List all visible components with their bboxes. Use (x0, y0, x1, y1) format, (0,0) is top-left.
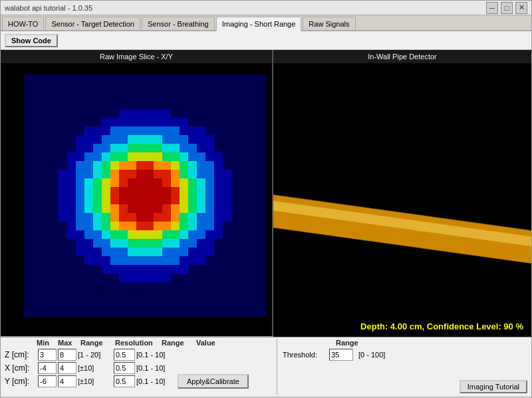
x-range2: [0.1 - 10] (136, 364, 171, 372)
x-resolution-input[interactable] (114, 362, 135, 374)
z-min-input[interactable] (38, 349, 57, 361)
x-min-input[interactable] (38, 362, 57, 374)
threshold-label: Threshold: (283, 351, 328, 359)
y-range2: [0.1 - 10] (136, 377, 171, 385)
controls-area: Min Max Range Resolution Range Value Z [… (1, 336, 531, 396)
z-range: [1 - 20] (78, 351, 112, 359)
pipe-canvas (273, 63, 531, 337)
y-max-input[interactable] (58, 375, 76, 387)
y-min-input[interactable] (38, 375, 57, 387)
confidence-text: Depth: 4.00 cm, Confidence Level: 90 % (360, 321, 523, 331)
right-panel: In-Wall Pipe Detector Depth: 4.00 cm, Co… (273, 50, 531, 336)
range-col-header: Range (336, 339, 358, 347)
controls-header-row: Min Max Range Resolution Range Value (5, 339, 271, 347)
tab-imaging-short-range[interactable]: Imaging - Short Range (216, 17, 302, 31)
maximize-button[interactable]: □ (501, 2, 513, 14)
heatmap-container (7, 66, 266, 325)
y-resolution-input[interactable] (114, 375, 135, 387)
tabs-bar: HOW-TO Sensor - Target Detection Sensor … (1, 15, 531, 31)
tab-breathing[interactable]: Sensor - Breathing (142, 17, 215, 30)
col-header-range2: Range (162, 339, 196, 347)
col-header-max: Max (58, 339, 80, 347)
col-header-min: Min (37, 339, 58, 347)
tab-howto[interactable]: HOW-TO (2, 17, 44, 30)
x-row: X [cm]: [±10] [0.1 - 10] (5, 361, 271, 375)
col-header-label (5, 339, 37, 347)
z-resolution-input[interactable] (114, 349, 135, 361)
toolbar: Show Code (1, 31, 531, 50)
z-max-input[interactable] (58, 349, 76, 361)
right-header-row: Range (283, 339, 527, 347)
col-header-resolution: Resolution (115, 339, 162, 347)
z-row: Z [cm]: [1 - 20] [0.1 - 10] (5, 348, 271, 361)
tab-target-detection[interactable]: Sensor - Target Detection (45, 17, 140, 30)
left-controls: Min Max Range Resolution Range Value Z [… (5, 339, 277, 395)
window-controls[interactable]: ─ □ ✕ (486, 2, 527, 14)
y-row: Y [cm]: [±10] [0.1 - 10] Apply&Calibrate (5, 375, 271, 388)
threshold-input[interactable] (329, 349, 353, 361)
right-controls: Range Threshold: [0 - 100] Imaging Tutor… (277, 339, 527, 395)
left-panel-title: Raw Image Slice - X/Y (1, 50, 272, 63)
z-range2: [0.1 - 10] (136, 351, 171, 359)
imaging-tutorial-button[interactable]: Imaging Tutorial (460, 380, 527, 393)
col-header-value: Value (196, 339, 215, 347)
threshold-range: [0 - 100] (358, 351, 385, 359)
apply-calibrate-button[interactable]: Apply&Calibrate (178, 374, 249, 389)
show-code-button[interactable]: Show Code (5, 34, 58, 47)
main-content: Raw Image Slice - X/Y In-Wall Pipe Detec… (1, 50, 531, 336)
y-label: Y [cm]: (5, 377, 37, 386)
x-range: [±10] (78, 364, 112, 372)
minimize-button[interactable]: ─ (486, 2, 498, 14)
x-label: X [cm]: (5, 363, 37, 373)
x-max-input[interactable] (58, 362, 76, 374)
heatmap-canvas (7, 66, 266, 325)
right-panel-title: In-Wall Pipe Detector (273, 50, 531, 63)
y-range: [±10] (78, 377, 112, 385)
pipe-display: Depth: 4.00 cm, Confidence Level: 90 % (273, 63, 531, 337)
title-bar: walabot api tutorial - 1.0.35 ─ □ ✕ (1, 1, 531, 15)
threshold-col-header (283, 339, 336, 347)
left-panel: Raw Image Slice - X/Y (1, 50, 273, 336)
threshold-row: Threshold: [0 - 100] (283, 348, 527, 361)
col-header-range: Range (80, 339, 115, 347)
z-label: Z [cm]: (5, 350, 37, 359)
window-title: walabot api tutorial - 1.0.35 (5, 4, 92, 12)
close-button[interactable]: ✕ (515, 2, 527, 14)
tab-raw-signals[interactable]: Raw Signals (303, 17, 355, 30)
